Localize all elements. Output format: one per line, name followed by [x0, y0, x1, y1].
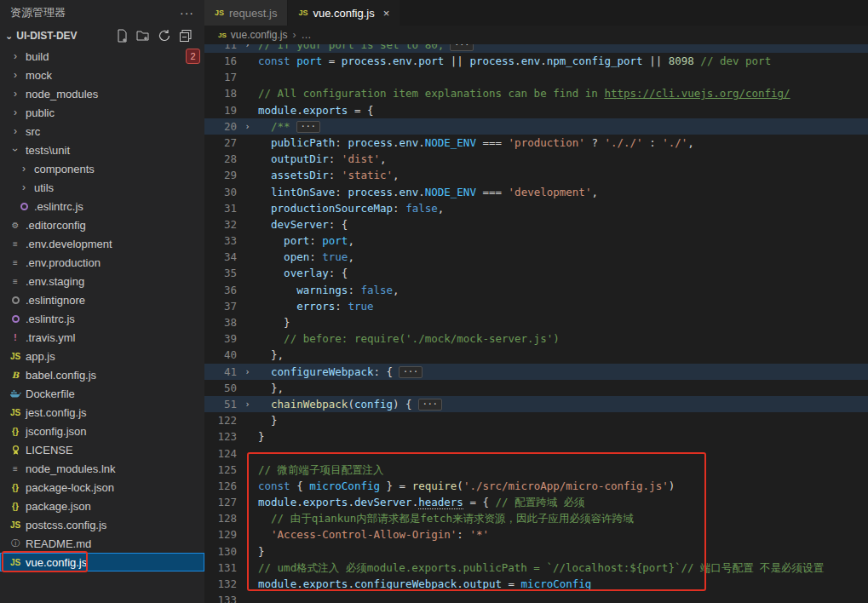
tree-item--env-production[interactable]: ≡.env.production [0, 253, 204, 272]
code-line-122[interactable]: 122 } [204, 412, 868, 428]
chevron-collapsed-icon[interactable]: › [17, 181, 31, 193]
tree-item-jsconfig-json[interactable]: {}jsconfig.json [0, 422, 204, 440]
code-line-129[interactable]: 129 'Access-Control-Allow-Origin': '*' [204, 526, 868, 543]
fold-chevron-icon[interactable]: › [237, 396, 258, 412]
tree-item--editorconfig[interactable]: ⚙.editorconfig [0, 215, 204, 234]
tree-item-utils[interactable]: ›utils [0, 178, 204, 197]
tree-item--travis-yml[interactable]: !.travis.yml [0, 328, 204, 347]
breadcrumb[interactable]: JS vue.config.js › … [204, 26, 868, 44]
chevron-collapsed-icon[interactable]: › [9, 88, 22, 100]
code-line-35[interactable]: 35 overlay: { [204, 265, 868, 281]
folded-ellipsis-badge[interactable]: ··· [399, 366, 423, 378]
new-folder-icon[interactable] [136, 29, 150, 43]
tab-vue-config-js[interactable]: JS vue.config.js × [288, 0, 400, 26]
code-line-30[interactable]: 30 lintOnSave: process.env.NODE_ENV === … [204, 184, 868, 200]
code-line-28[interactable]: 28 outputDir: 'dist', [204, 151, 868, 167]
close-tab-icon[interactable]: × [383, 7, 390, 20]
code-line-34[interactable]: 34 open: true, [204, 249, 868, 265]
gutter: 38 [204, 314, 258, 330]
tree-item--eslintrc-js[interactable]: .eslintrc.js [0, 309, 204, 328]
code-line-123[interactable]: 123} [204, 428, 868, 445]
code-line-127[interactable]: 127module.exports.devServer.headers = { … [204, 494, 868, 510]
chevron-expanded-icon[interactable]: › [9, 143, 21, 157]
tree-item-package-json[interactable]: {}package.json [0, 497, 204, 515]
tree-item-public[interactable]: ›public [0, 103, 204, 122]
line-content: overlay: { [258, 265, 348, 281]
breadcrumb-file[interactable]: vue.config.js [231, 29, 288, 41]
tree-item--eslintignore[interactable]: .eslintignore [0, 290, 204, 309]
code-line-33[interactable]: 33 port: port, [204, 233, 868, 249]
code-line-51[interactable]: 51› chainWebpack(config) {··· [204, 396, 868, 412]
fold-chevron-icon[interactable]: › [237, 364, 258, 380]
tree-item-label: .travis.yml [26, 331, 76, 344]
chevron-collapsed-icon[interactable]: › [9, 50, 22, 62]
more-actions-icon[interactable]: ··· [180, 6, 194, 20]
tree-item-app-js[interactable]: JSapp.js [0, 347, 204, 365]
code-line-32[interactable]: 32 devServer: { [204, 216, 868, 233]
refresh-icon[interactable] [158, 29, 171, 43]
code-line-132[interactable]: 132module.exports.configureWebpack.outpu… [204, 576, 868, 592]
tree-item-readme-md[interactable]: ⓘREADME.md [0, 534, 204, 553]
tree-item-src[interactable]: ›src [0, 122, 204, 141]
tree-item-postcss-config-js[interactable]: JSpostcss.config.js [0, 515, 204, 534]
code-line-29[interactable]: 29 assetsDir: 'static', [204, 167, 868, 183]
code-line-124[interactable]: 124 [204, 445, 868, 462]
code-line-125[interactable]: 125// 微前端子项目配置注入 [204, 462, 868, 478]
code-line-126[interactable]: 126const { microConfig } = require('./sr… [204, 478, 868, 494]
folded-ellipsis-badge[interactable]: ··· [296, 121, 320, 133]
tree-item--env-staging[interactable]: ≡.env.staging [0, 272, 204, 290]
code-line-128[interactable]: 128 // 由于qiankun内部请求都是fetch来请求资源，因此子应用必须… [204, 510, 868, 526]
tree-item-build[interactable]: ›build2 [0, 47, 204, 66]
collapse-all-icon[interactable] [179, 29, 193, 43]
chevron-collapsed-icon[interactable]: › [9, 125, 22, 137]
tree-item-vue-config-js[interactable]: JSvue.config.js [0, 553, 204, 571]
code-line-41[interactable]: 41› configureWebpack: {··· [204, 364, 868, 380]
code-line-31[interactable]: 31 productionSourceMap: false, [204, 200, 868, 216]
code-line-40[interactable]: 40 }, [204, 347, 868, 363]
fold-chevron-icon[interactable]: › [237, 44, 258, 53]
tree-item--eslintrc-js[interactable]: .eslintrc.js [0, 197, 204, 215]
tree-item-babel-config-js[interactable]: Bbabel.config.js [0, 365, 204, 384]
code-line-38[interactable]: 38 } [204, 314, 868, 330]
explorer-section-header[interactable]: ⌄ UI-DIST-DEV [0, 25, 204, 47]
tree-item-label: .eslintrc.js [34, 200, 83, 213]
line-content: module.exports.devServer.headers = { // … [258, 494, 585, 510]
code-line-20[interactable]: 20› /**··· [204, 118, 868, 135]
chevron-collapsed-icon[interactable]: › [9, 106, 22, 118]
tree-item-mock[interactable]: ›mock [0, 66, 204, 84]
breadcrumb-rest[interactable]: … [302, 29, 312, 41]
tree-item-dockerfile[interactable]: Dockerfile [0, 384, 204, 403]
tree-item-jest-config-js[interactable]: JSjest.config.js [0, 403, 204, 422]
folded-ellipsis-badge[interactable]: ··· [418, 399, 442, 411]
code-line-131[interactable]: 131// umd格式注入 必须module.exports.publicPat… [204, 560, 868, 576]
explorer-sidebar: 资源管理器 ··· ⌄ UI-DIST-DEV ›build2›mock›nod… [0, 0, 204, 603]
chevron-collapsed-icon[interactable]: › [9, 69, 22, 81]
code-line-16[interactable]: 16const port = process.env.port || proce… [204, 53, 868, 69]
tree-item-license[interactable]: LICENSE [0, 440, 204, 459]
tab-request-js[interactable]: JS request.js [204, 0, 288, 26]
code-line-27[interactable]: 27 publicPath: process.env.NODE_ENV === … [204, 135, 868, 151]
code-line-37[interactable]: 37 errors: true [204, 298, 868, 314]
code-line-17[interactable]: 17 [204, 69, 868, 85]
new-file-icon[interactable] [115, 29, 129, 43]
code-line-19[interactable]: 19module.exports = { [204, 102, 868, 118]
line-number: 39 [204, 330, 237, 347]
tree-item-tests-unit[interactable]: ›tests\unit [0, 141, 204, 159]
tree-item-node-modules[interactable]: ›node_modules [0, 84, 204, 103]
code-line-11[interactable]: 11›// If your port is set to 80,··· [204, 44, 868, 53]
line-number: 34 [204, 249, 237, 265]
code-line-130[interactable]: 130} [204, 543, 868, 560]
folded-ellipsis-badge[interactable]: ··· [450, 44, 474, 51]
fold-chevron-icon[interactable]: › [237, 118, 258, 135]
code-line-39[interactable]: 39 // before: require('./mock/mock-serve… [204, 330, 868, 347]
tree-item--env-development[interactable]: ≡.env.development [0, 234, 204, 253]
tree-item-components[interactable]: ›components [0, 159, 204, 178]
tree-item-package-lock-json[interactable]: {}package-lock.json [0, 478, 204, 497]
code-line-18[interactable]: 18// All configuration item explanations… [204, 85, 868, 101]
tree-item-node-modules-lnk[interactable]: ≡node_modules.lnk [0, 459, 204, 478]
code-line-50[interactable]: 50 }, [204, 380, 868, 396]
code-line-133[interactable]: 133 [204, 592, 868, 603]
code-line-36[interactable]: 36 warnings: false, [204, 282, 868, 298]
chevron-collapsed-icon[interactable]: › [17, 163, 31, 175]
code-editor[interactable]: 11›// If your port is set to 80,···16con… [204, 44, 868, 603]
